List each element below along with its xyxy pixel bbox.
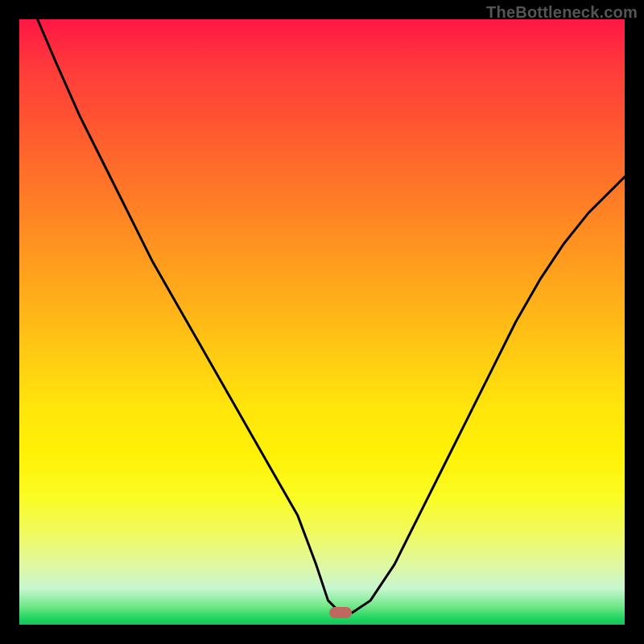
plot-area xyxy=(19,19,625,625)
minimum-marker xyxy=(329,607,352,618)
watermark-text: TheBottleneck.com xyxy=(486,3,638,22)
chart-container: TheBottleneck.com xyxy=(0,0,644,644)
bottleneck-curve xyxy=(19,19,625,625)
